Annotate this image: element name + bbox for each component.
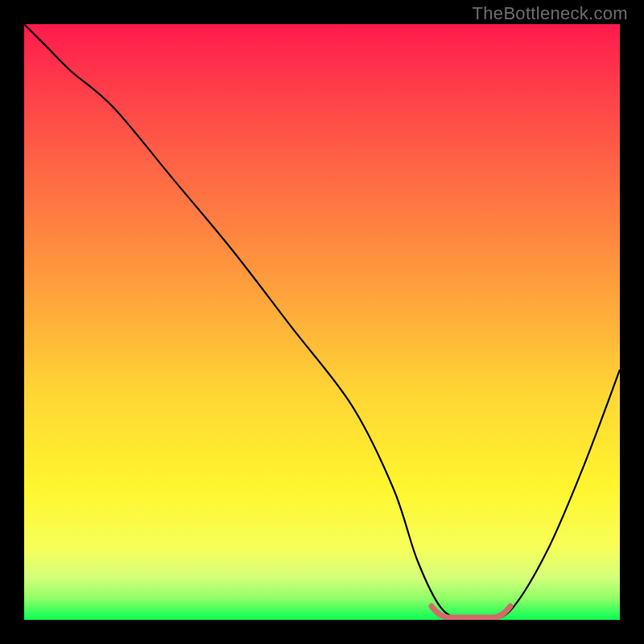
chart-frame: TheBottleneck.com <box>0 0 644 644</box>
curve-svg <box>24 24 620 620</box>
bottleneck-curve <box>24 24 620 620</box>
bottom-highlight <box>431 606 510 617</box>
plot-area <box>24 24 620 620</box>
watermark-text: TheBottleneck.com <box>473 3 628 24</box>
